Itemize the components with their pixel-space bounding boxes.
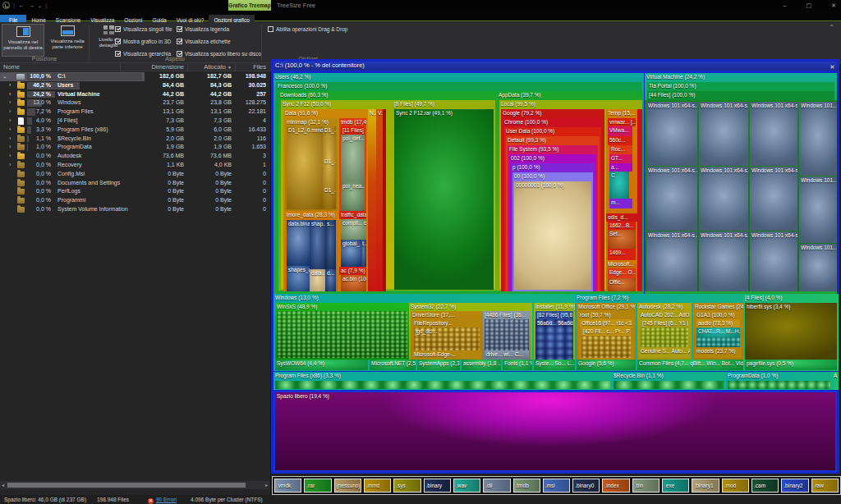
vm-tile-1[interactable]: Windows 101 x64-s... (646, 102, 697, 166)
file-s[interactable]: s... (325, 220, 336, 269)
region-models[interactable]: models (23,7 %) (695, 347, 742, 358)
region-ac[interactable]: ac (7,9 %) (339, 267, 366, 275)
region-microsoft-net[interactable]: Microsoft.NET (2,5 %) (370, 360, 416, 370)
audio-texture[interactable] (696, 337, 740, 347)
file-drive[interactable]: drive... wi... C... (485, 351, 529, 359)
chevron-down-icon[interactable]: ⌄ (38, 2, 42, 8)
file-d[interactable]: d... (325, 269, 336, 291)
region-free-space[interactable]: Spazio libero (19,4 %) (273, 391, 837, 472)
file-compil[interactable]: compil... c... (341, 219, 366, 240)
status-errors[interactable]: ✕90 Errori (148, 495, 177, 504)
context-tab-grafico-treemap[interactable]: Grafico Treemap (228, 0, 271, 11)
region-traffic-data[interactable]: traffic_data ... (339, 211, 366, 219)
check-3d[interactable]: Mostra grafico in 3D (115, 39, 171, 44)
region-syste[interactable]: Syste... So... L... (534, 360, 575, 370)
file-global[interactable]: global_... (341, 240, 361, 267)
file-sync2f12-rar[interactable]: Sync 2 F12.rar (49,1 %) (394, 109, 494, 290)
app-icon[interactable] (2, 2, 10, 9)
region-v[interactable]: V... (376, 109, 383, 291)
file-d1-col[interactable]: D1_... (323, 126, 336, 209)
file-hiberfil[interactable]: hiberfil.sys (3,4 %) (745, 303, 837, 360)
close-button[interactable]: ✕ (831, 2, 836, 9)
file-chat[interactable]: CHAT...R... M...H... (696, 328, 740, 337)
vm-tile-7[interactable]: Windows 101 x64-s... (750, 167, 797, 231)
region-microsoft[interactable]: Microsoft... (606, 260, 637, 268)
region-assembly[interactable]: assembly (1,8 ... (462, 360, 501, 370)
file-gt[interactable]: GT... (609, 154, 632, 163)
check-legenda[interactable]: Visualizza legenda (177, 26, 229, 32)
file-poi-def[interactable]: poi_def... p... (341, 135, 365, 182)
file-560c[interactable]: 560c... (608, 136, 632, 145)
installer-texture[interactable]: 56a6d... 56a6d... (535, 319, 573, 360)
tree-row-program-files[interactable]: ›7,2 %Program Files13,1 GB13,1 GB22.181 (0, 108, 271, 117)
tree-row-config-msi[interactable]: 0,0 %Config.Msi0 Byte0 Byte0 (0, 170, 271, 179)
file-m[interactable]: m... (609, 199, 632, 208)
vm-tile-4[interactable]: Windows 101... (799, 102, 837, 176)
region-google-pf[interactable]: Google (5,6 %) (577, 360, 636, 370)
x86-texture[interactable] (275, 381, 610, 389)
file-vmwar[interactable]: vmwar... [... (608, 118, 636, 126)
treemap-close-icon[interactable]: ✕ (828, 62, 837, 71)
file-microsoft-edge[interactable]: Microsoft-Edge-... (412, 351, 481, 359)
back-icon[interactable]: ← (18, 2, 25, 9)
file-data-binary[interactable]: data.binary... (287, 220, 310, 266)
region-420-files[interactable]: [420 Fil... c... Pr... P... (581, 328, 631, 336)
file-data-tan[interactable]: data... (310, 269, 325, 291)
column-header-nome[interactable]: Nome (3, 63, 20, 71)
file-d1l20mmd[interactable]: D1_L2_0.mmd (... (287, 126, 323, 209)
column-header-dimensione[interactable]: Dimensione (123, 63, 184, 71)
file-pagefile[interactable]: pagefile.sys (0,5 %) (745, 360, 837, 370)
maximize-button[interactable]: ▢ (807, 2, 812, 9)
tree-row-c-[interactable]: ⌄100,0 %C:\182,6 GB182,7 GB198.948 (0, 72, 271, 81)
tree-row-users[interactable]: ›46,2 %Users84,4 GB84,3 GB30.025 (0, 81, 271, 90)
winsxs-texture[interactable] (277, 311, 407, 358)
region-g1a3[interactable]: G1A3 (100,0 %) (695, 311, 742, 319)
region-igd-dch[interactable]: igd_dch... (414, 328, 480, 351)
tree-row-perflogs[interactable]: 0,0 %PerfLogs0 Byte0 Byte0 (0, 187, 271, 196)
region-sliver[interactable] (383, 109, 386, 291)
tree-row--recycle-bin[interactable]: ›1,1 %$Recycle.Bin2,0 GB2,0 GB116 (0, 135, 271, 144)
region-common-files[interactable]: Common Files (4,7... qBitt... Win... Bot… (637, 360, 743, 370)
region-fonts[interactable]: Fonts (1,1 %) (503, 360, 532, 370)
file-roc[interactable]: Roc... (609, 145, 632, 154)
programdata-texture[interactable] (728, 381, 830, 389)
minimize-button[interactable]: – (784, 2, 787, 8)
tree-row-windows[interactable]: ›13,0 %Windows23,7 GB23,8 GB128.275 (0, 99, 271, 108)
vm-tile-9[interactable]: Windows 101 x64-s... (646, 231, 697, 291)
vm-tile-5[interactable]: Windows 101 x64-s... (646, 167, 697, 231)
vm-tile-10[interactable]: Windows 101 x64-s... (699, 231, 748, 291)
view-bottom-panel-button[interactable]: Visualizza nella parte inferiore (46, 24, 89, 57)
file-shapes-attr[interactable]: shapes_attr... (287, 266, 310, 291)
tree-row-programdata[interactable]: ›1,0 %ProgramData1,9 GB1,9 GB1.653 (0, 143, 271, 152)
vm-tile-8[interactable]: Windows 101... (799, 176, 837, 243)
file-a[interactable]: a... (609, 163, 632, 172)
file-1662[interactable]: 1662...B... (608, 222, 636, 230)
file-poi-nea[interactable]: poi_nea... (341, 182, 365, 211)
file-offic[interactable]: Offic... (608, 278, 636, 291)
region-letter-strip[interactable] (637, 109, 642, 291)
file-00000003[interactable]: 00000003 (100,0 %) (514, 181, 591, 290)
region-systemapps[interactable]: SystemApps (2,3 %) (417, 360, 460, 370)
region-n[interactable]: N... (368, 109, 376, 291)
autodesk-texture[interactable] (641, 328, 688, 347)
region-audio[interactable]: audio (78,3 %) (696, 319, 740, 328)
region-genuine[interactable]: Genuine S... Auto... A... (639, 347, 690, 358)
file-1469[interactable]: 1469... (608, 249, 636, 260)
office-texture[interactable] (581, 336, 631, 358)
file-d1-c[interactable]: D1_... (323, 186, 336, 195)
region-syswow64[interactable]: SysWOW64 (4,4 %) (275, 360, 368, 370)
vm-tile-2[interactable]: Windows 101 x64-s... (699, 102, 748, 166)
check-drag-drop[interactable]: Abilita operazioni Drag & Drop (268, 26, 347, 32)
region-a[interactable]: A (832, 372, 839, 390)
file-d1-b[interactable]: D1_... (323, 158, 336, 167)
recycle-texture[interactable] (614, 381, 724, 389)
region-11-files[interactable]: [11 Files] (... (341, 126, 365, 135)
tree-row-programmi[interactable]: 0,0 %Programmi0 Byte0 Byte0 (0, 196, 271, 205)
tree-row--4-files-[interactable]: ›4,0 %[4 Files]7,3 GB7,3 GB4 (0, 117, 271, 126)
file-t[interactable]: t... (361, 240, 366, 267)
region-autocad[interactable]: AutoCAD 202... AdO... (639, 311, 690, 319)
tree-row-system-volume-information[interactable]: 0,0 %System Volume Information0 Byte0 By… (0, 205, 271, 214)
tree-row-recovery[interactable]: ›0,0 %Recovery1,1 KB4,0 KB1 (0, 161, 271, 170)
vm-tile-11[interactable]: Windows 101 x64-s... (750, 231, 797, 291)
horizontal-scrollbar[interactable]: ◂ ▸ (0, 481, 269, 489)
